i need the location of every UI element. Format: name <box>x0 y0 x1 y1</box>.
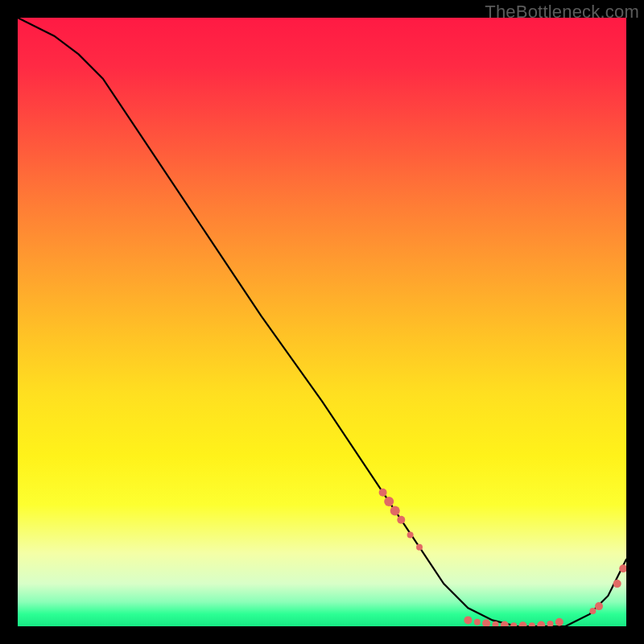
bottleneck-curve <box>18 18 626 626</box>
data-marker <box>519 621 527 626</box>
data-marker <box>379 489 387 497</box>
chart-stage: TheBottleneck.com <box>0 0 644 644</box>
data-marker <box>384 497 394 506</box>
curve-layer <box>18 18 626 626</box>
data-marker <box>537 621 545 627</box>
plot-area <box>18 18 626 626</box>
data-marker <box>474 619 481 625</box>
data-marker <box>555 618 564 626</box>
data-marker <box>529 622 535 626</box>
watermark-label: TheBottleneck.com <box>485 2 639 23</box>
data-marker <box>595 602 603 610</box>
data-marker <box>390 506 400 515</box>
data-marker <box>416 544 423 551</box>
marker-group <box>379 489 626 626</box>
data-marker <box>589 608 596 614</box>
data-marker <box>464 616 472 624</box>
data-marker <box>397 516 405 524</box>
data-marker <box>482 619 490 626</box>
data-marker <box>547 621 554 626</box>
data-marker <box>510 622 517 626</box>
data-marker <box>407 532 414 539</box>
data-marker <box>613 580 621 588</box>
